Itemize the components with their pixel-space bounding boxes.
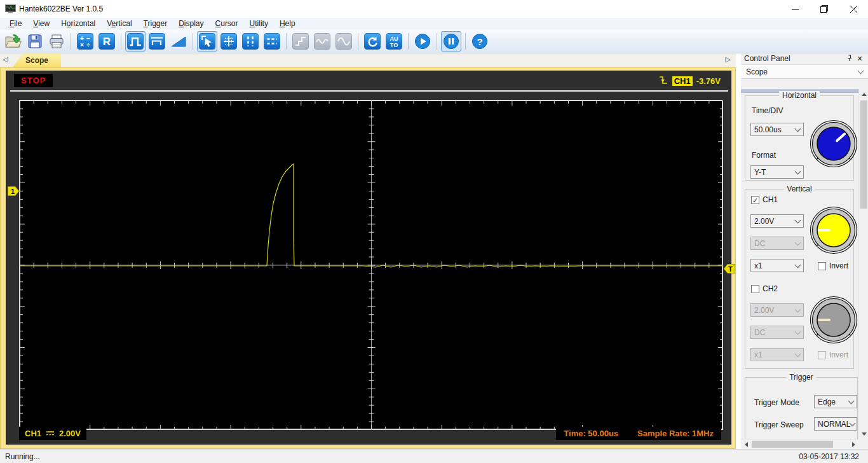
falling-pulse-button[interactable] — [147, 31, 167, 52]
ch2-probe: x1 — [754, 350, 763, 359]
grid-icon — [220, 33, 237, 50]
menu-cursor[interactable]: Cursor — [210, 18, 244, 29]
math-icon: +−×÷ — [77, 33, 93, 50]
restore-button[interactable] — [810, 0, 839, 18]
toolbar-separator — [286, 33, 287, 50]
chevron-down-icon — [850, 420, 856, 426]
ch2-invert-label: Invert — [829, 350, 848, 359]
format-label: Format — [752, 151, 776, 160]
grid-button[interactable] — [219, 31, 239, 52]
svg-text:?: ? — [477, 36, 482, 46]
control-panel: Control Panel ✕ Scope Horizontal Time/DI… — [741, 53, 868, 449]
ch2-enable-checkbox[interactable]: CH2 — [751, 284, 778, 293]
status-message: Running... — [5, 452, 40, 461]
horizontal-group: Horizontal Time/DIV 50.00us Format Y-T — [745, 95, 854, 181]
ch1-volts-div-select[interactable]: 2.00V — [750, 214, 804, 228]
help-icon: ? — [471, 33, 488, 50]
ch2-volts-div-select: 2.00V — [750, 303, 804, 317]
vertical-cursors-button[interactable] — [240, 31, 261, 52]
minimize-button[interactable] — [780, 0, 810, 18]
scope-panel: STOP CH1 -3.76V 1 — [6, 71, 731, 445]
ch1-invert-checkbox[interactable]: Invert — [818, 261, 848, 270]
tab-scroll-left-icon[interactable]: ◁ — [3, 55, 8, 64]
trigger-group: Trigger Trigger Mode Edge Trigger Sweep … — [745, 377, 858, 439]
toolbar-separator — [193, 33, 193, 50]
rising-pulse-icon — [127, 33, 144, 50]
ch1-invert-label: Invert — [829, 261, 848, 270]
tab-scope[interactable]: Scope — [13, 53, 61, 67]
help-button[interactable]: ? — [470, 31, 490, 52]
menu-help[interactable]: Help — [274, 18, 301, 29]
open-file-button[interactable] — [3, 31, 24, 52]
menu-display[interactable]: Display — [173, 18, 209, 29]
vertical-scroll-thumb[interactable] — [860, 100, 867, 209]
status-datetime: 03-05-2017 13:32 — [799, 452, 859, 461]
trigger-channel-badge: CH1 — [672, 76, 693, 86]
cursor-select-button[interactable] — [197, 31, 217, 52]
math-button[interactable]: +−×÷ — [75, 31, 95, 52]
pin-icon[interactable] — [844, 55, 855, 63]
menu-view[interactable]: View — [27, 18, 55, 29]
horizontal-scrollbar[interactable] — [741, 439, 858, 449]
scroll-down-icon[interactable] — [859, 429, 868, 439]
auto-set-button[interactable]: AUTO — [384, 31, 404, 52]
statusbar: Running... 03-05-2017 13:32 — [0, 449, 868, 463]
save-button[interactable] — [25, 31, 45, 52]
menu-vertical[interactable]: Vertical — [101, 18, 137, 29]
ch1-position-knob[interactable] — [809, 205, 858, 255]
scope-frame: STOP CH1 -3.76V 1 — [0, 67, 736, 449]
pause-button[interactable] — [441, 31, 461, 52]
ch2-coupling: DC — [754, 328, 765, 337]
ch1-level-marker[interactable]: 1 — [8, 186, 20, 198]
scroll-right-icon[interactable] — [848, 439, 858, 450]
ramp-icon — [170, 33, 187, 50]
ch1-scale-readout: CH1 2.00V — [19, 427, 86, 440]
menu-utility[interactable]: Utility — [244, 18, 274, 29]
menu-trigger[interactable]: Trigger — [138, 18, 173, 29]
trigger-sweep-select[interactable]: NORMAL — [814, 417, 857, 431]
time-div-label: Time/DIV — [752, 106, 783, 115]
ramp-button[interactable] — [168, 31, 189, 52]
horizontal-cursors-button[interactable] — [262, 31, 282, 52]
scroll-left-icon[interactable] — [741, 439, 751, 450]
chevron-down-icon — [858, 67, 864, 74]
save-icon — [27, 33, 43, 50]
sine-wave-button — [334, 31, 354, 52]
chevron-down-icon — [848, 397, 855, 404]
refresh-button[interactable] — [362, 31, 383, 52]
print-button[interactable] — [46, 31, 67, 52]
control-panel-close-icon[interactable]: ✕ — [855, 55, 865, 63]
cursor-select-icon — [199, 33, 215, 50]
format-select[interactable]: Y-T — [750, 165, 804, 179]
trigger-mode-label: Trigger Mode — [754, 398, 799, 407]
panel-mode-select[interactable]: Scope — [741, 64, 868, 79]
play-button[interactable] — [412, 31, 433, 52]
ch2-position-knob — [809, 295, 858, 345]
step-wave-icon — [292, 33, 309, 50]
ch1-enable-checkbox[interactable]: ✓ CH1 — [751, 195, 778, 204]
ch1-probe-select[interactable]: x1 — [750, 259, 804, 272]
trigger-level-marker[interactable]: T — [723, 264, 735, 276]
menu-horizontal[interactable]: Horizontal — [55, 18, 101, 29]
horizontal-scroll-thumb[interactable] — [752, 441, 833, 448]
chevron-down-icon — [795, 239, 801, 245]
horizontal-position-knob[interactable] — [809, 119, 858, 169]
trigger-mode-select[interactable]: Edge — [814, 395, 857, 408]
menu-file[interactable]: File — [4, 18, 27, 29]
menubar: FileViewHorizontalVerticalTriggerDisplay… — [0, 18, 868, 29]
rising-pulse-button[interactable] — [125, 31, 146, 52]
time-value: Time: 50.00us — [564, 429, 618, 438]
falling-pulse-icon — [149, 33, 165, 50]
close-button[interactable] — [839, 0, 868, 18]
open-file-icon — [4, 33, 22, 50]
vertical-scrollbar[interactable] — [858, 89, 868, 439]
reference-button[interactable]: R — [97, 31, 117, 52]
noise-wave-button — [312, 31, 332, 52]
tab-scroll-right-icon[interactable]: ▷ — [726, 55, 731, 64]
step-wave-button — [290, 31, 311, 52]
vertical-group: Vertical ✓ CH1 2.00V DC x1 Invert — [745, 189, 854, 369]
scroll-up-icon[interactable] — [859, 89, 868, 99]
trigger-edge-icon — [658, 75, 668, 87]
time-div-select[interactable]: 50.00us — [750, 123, 804, 136]
auto-set-icon: AUTO — [386, 33, 402, 50]
